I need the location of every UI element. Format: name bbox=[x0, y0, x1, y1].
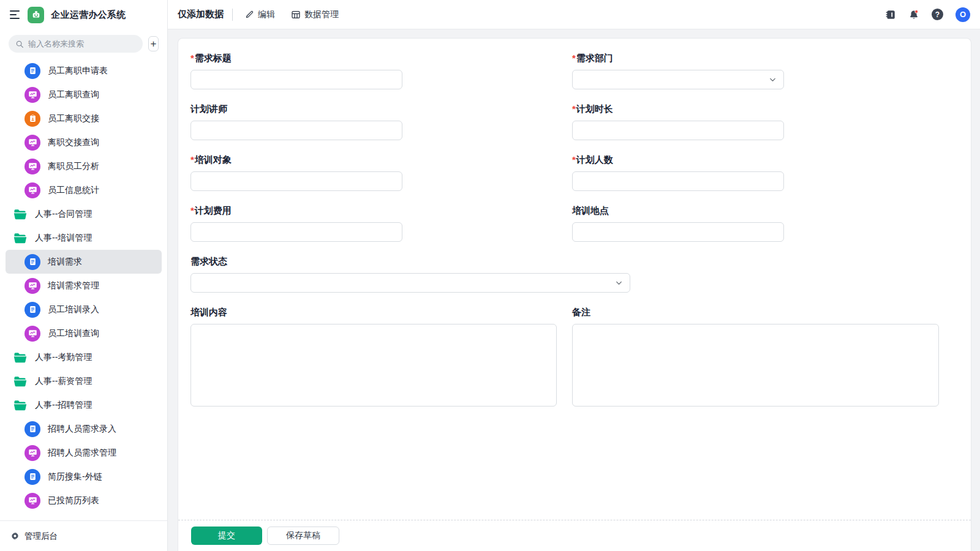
sidebar-item-employee-resign-apply-form[interactable]: 员工离职申请表 bbox=[6, 59, 162, 83]
collapse-menu-icon[interactable] bbox=[10, 10, 21, 19]
sidebar-item-recruit-demand-entry[interactable]: 招聘人员需求录入 bbox=[6, 417, 162, 441]
notifications-bell-icon[interactable] bbox=[908, 9, 919, 20]
field-demand-title: *需求标题 bbox=[190, 53, 557, 89]
sidebar-item-label: 员工信息统计 bbox=[48, 185, 99, 196]
help-icon[interactable]: ? bbox=[932, 9, 943, 20]
planned-cost-input[interactable] bbox=[190, 222, 402, 242]
sidebar-item-label: 员工培训查询 bbox=[48, 328, 99, 339]
panel-notebook-icon[interactable] bbox=[885, 9, 896, 20]
field-training-location: 培训地点 bbox=[572, 205, 939, 242]
required-asterisk: * bbox=[190, 154, 194, 165]
training-target-input[interactable] bbox=[190, 171, 402, 191]
sidebar-item-label: 员工离职申请表 bbox=[48, 66, 108, 77]
doc-icon bbox=[24, 63, 40, 79]
sidebar-item-employee-training-query[interactable]: 员工培训查询 bbox=[6, 321, 162, 345]
sidebar-item-label: 员工培训录入 bbox=[48, 304, 99, 315]
monitor-icon bbox=[24, 182, 40, 198]
sidebar-item-hr-training-management[interactable]: 人事--培训管理 bbox=[6, 226, 162, 250]
save-draft-button[interactable]: 保存草稿 bbox=[267, 527, 339, 545]
table-icon bbox=[291, 10, 301, 20]
sidebar-item-label: 培训需求 bbox=[48, 257, 82, 268]
sidebar-item-hr-contract-management[interactable]: 人事--合同管理 bbox=[6, 202, 162, 226]
data-manage-button[interactable]: 数据管理 bbox=[287, 7, 342, 23]
required-asterisk: * bbox=[190, 53, 194, 63]
monitor-icon bbox=[24, 135, 40, 151]
pencil-icon bbox=[245, 10, 254, 19]
field-label: 需求状态 bbox=[190, 256, 939, 268]
admin-console-link[interactable]: 管理后台 bbox=[0, 520, 167, 551]
sidebar-item-label: 简历搜集-外链 bbox=[48, 471, 102, 482]
training-location-input[interactable] bbox=[572, 222, 784, 242]
field-label: 培训地点 bbox=[572, 205, 939, 217]
search-box bbox=[9, 35, 143, 53]
edit-button[interactable]: 编辑 bbox=[241, 7, 279, 23]
field-remarks: 备注 bbox=[572, 307, 939, 409]
sidebar-item-label: 离职员工分析 bbox=[48, 161, 99, 172]
search-icon bbox=[15, 40, 24, 48]
field-label: 计划讲师 bbox=[190, 103, 557, 115]
sidebar-search-row: + bbox=[0, 29, 167, 56]
sidebar-item-training-demand-management[interactable]: 培训需求管理 bbox=[6, 274, 162, 298]
sidebar-item-hr-attendance-management[interactable]: 人事--考勤管理 bbox=[6, 345, 162, 369]
required-asterisk: * bbox=[572, 103, 576, 114]
field-label: *计划费用 bbox=[190, 205, 557, 217]
planned-duration-input[interactable] bbox=[572, 121, 784, 140]
sidebar-item-recruit-demand-management[interactable]: 招聘人员需求管理 bbox=[6, 441, 162, 465]
demand-status-select[interactable] bbox=[190, 273, 630, 293]
sidebar: 企业运营办公系统 + 员工离职申请表员工离职查询员工离职交接离职交接查询离职员工… bbox=[0, 0, 168, 551]
sidebar-item-employee-info-stats[interactable]: 员工信息统计 bbox=[6, 178, 162, 202]
planned-instructor-input[interactable] bbox=[190, 121, 402, 140]
sidebar-item-employee-training-entry[interactable]: 员工培训录入 bbox=[6, 298, 162, 321]
folder-icon bbox=[13, 351, 27, 364]
app-root: 企业运营办公系统 + 员工离职申请表员工离职查询员工离职交接离职交接查询离职员工… bbox=[0, 0, 980, 551]
sidebar-item-hr-salary-management[interactable]: 人事--薪资管理 bbox=[6, 369, 162, 393]
gear-icon bbox=[10, 531, 20, 541]
form-card: *需求标题*需求部门计划讲师*计划时长*培训对象*计划人数*计划费用培训地点需求… bbox=[178, 38, 971, 551]
folder-icon bbox=[13, 232, 27, 244]
field-demand-department: *需求部门 bbox=[572, 53, 939, 89]
field-training-content: 培训内容 bbox=[190, 307, 557, 409]
planned-headcount-input[interactable] bbox=[572, 171, 784, 191]
submit-button[interactable]: 提交 bbox=[191, 527, 262, 545]
sidebar-item-label: 员工离职交接 bbox=[48, 113, 99, 124]
sidebar-item-label: 人事--招聘管理 bbox=[35, 400, 92, 411]
sidebar-item-label: 已投简历列表 bbox=[48, 495, 99, 506]
demand-title-input[interactable] bbox=[190, 70, 402, 89]
sidebar-item-resign-handover-query[interactable]: 离职交接查询 bbox=[6, 130, 162, 154]
form-grid: *需求标题*需求部门计划讲师*计划时长*培训对象*计划人数*计划费用培训地点需求… bbox=[178, 39, 971, 520]
sidebar-item-hr-recruit-management[interactable]: 人事--招聘管理 bbox=[6, 393, 162, 417]
field-label: *计划人数 bbox=[572, 154, 939, 166]
sidebar-item-employee-resign-handover[interactable]: 员工离职交接 bbox=[6, 107, 162, 130]
sidebar-item-employee-resign-query[interactable]: 员工离职查询 bbox=[6, 83, 162, 107]
add-button[interactable]: + bbox=[148, 36, 159, 51]
sidebar-item-resume-collect-external-link[interactable]: 简历搜集-外链 bbox=[6, 465, 162, 489]
sidebar-item-submitted-resume-list[interactable]: 已投简历列表 bbox=[6, 489, 162, 512]
main-area: 仅添加数据 编辑 数据管理 bbox=[168, 0, 980, 551]
form-footer: 提交 保存草稿 bbox=[178, 520, 971, 551]
user-avatar[interactable]: O bbox=[956, 7, 970, 22]
monitor-icon bbox=[24, 278, 40, 294]
sidebar-item-resigned-employee-analysis[interactable]: 离职员工分析 bbox=[6, 154, 162, 178]
sidebar-item-label: 离职交接查询 bbox=[48, 137, 99, 148]
doc-icon bbox=[24, 302, 40, 318]
demand-department-select[interactable] bbox=[572, 70, 784, 89]
search-input[interactable] bbox=[28, 39, 136, 48]
field-label: *计划时长 bbox=[572, 103, 939, 115]
sidebar-item-label: 人事--培训管理 bbox=[35, 233, 92, 244]
sidebar-item-label: 招聘人员需求录入 bbox=[48, 424, 116, 435]
sidebar-item-training-demand[interactable]: 培训需求 bbox=[6, 250, 162, 274]
remarks-textarea[interactable] bbox=[572, 324, 939, 407]
topbar: 仅添加数据 编辑 数据管理 bbox=[168, 0, 980, 29]
sidebar-header: 企业运营办公系统 bbox=[0, 0, 167, 29]
doc-icon bbox=[24, 421, 40, 437]
sidebar-item-label: 人事--合同管理 bbox=[35, 209, 92, 220]
field-label: *培训对象 bbox=[190, 154, 557, 166]
field-planned-headcount: *计划人数 bbox=[572, 154, 939, 191]
doc-icon bbox=[24, 469, 40, 485]
training-content-textarea[interactable] bbox=[190, 324, 557, 407]
monitor-icon bbox=[24, 159, 40, 174]
folder-icon bbox=[13, 208, 27, 220]
required-asterisk: * bbox=[572, 53, 576, 63]
field-planned-instructor: 计划讲师 bbox=[190, 103, 557, 140]
folder-icon bbox=[13, 351, 27, 364]
